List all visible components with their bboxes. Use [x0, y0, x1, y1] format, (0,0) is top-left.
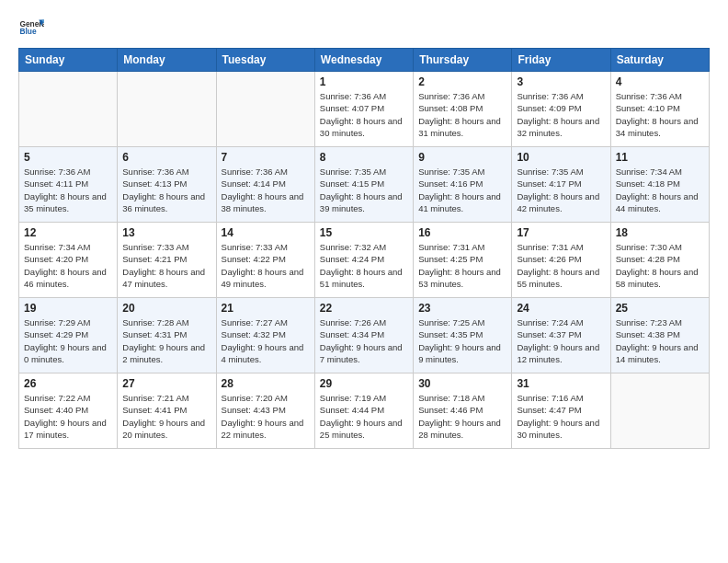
calendar-cell: 25Sunrise: 7:23 AM Sunset: 4:38 PM Dayli… [610, 298, 709, 373]
day-detail: Sunrise: 7:25 AM Sunset: 4:35 PM Dayligh… [418, 316, 506, 365]
calendar-cell: 3Sunrise: 7:36 AM Sunset: 4:09 PM Daylig… [512, 72, 610, 147]
day-detail: Sunrise: 7:30 AM Sunset: 4:28 PM Dayligh… [616, 241, 704, 290]
calendar-cell: 29Sunrise: 7:19 AM Sunset: 4:44 PM Dayli… [314, 373, 413, 449]
day-detail: Sunrise: 7:35 AM Sunset: 4:17 PM Dayligh… [517, 166, 605, 214]
calendar-cell: 19Sunrise: 7:29 AM Sunset: 4:29 PM Dayli… [19, 298, 118, 373]
calendar-cell: 14Sunrise: 7:33 AM Sunset: 4:22 PM Dayli… [216, 223, 314, 298]
calendar-cell: 4Sunrise: 7:36 AM Sunset: 4:10 PM Daylig… [610, 72, 709, 147]
day-number: 15 [320, 226, 408, 239]
day-number: 13 [122, 226, 210, 239]
day-number: 7 [222, 151, 310, 164]
day-detail: Sunrise: 7:23 AM Sunset: 4:38 PM Dayligh… [616, 316, 704, 365]
calendar-cell: 1Sunrise: 7:36 AM Sunset: 4:07 PM Daylig… [314, 72, 413, 147]
weekday-header-saturday: Saturday [610, 49, 709, 72]
day-detail: Sunrise: 7:19 AM Sunset: 4:44 PM Dayligh… [320, 392, 408, 441]
day-detail: Sunrise: 7:24 AM Sunset: 4:37 PM Dayligh… [517, 316, 605, 365]
day-detail: Sunrise: 7:36 AM Sunset: 4:08 PM Dayligh… [418, 90, 506, 139]
day-detail: Sunrise: 7:36 AM Sunset: 4:11 PM Dayligh… [24, 166, 112, 214]
calendar-cell: 8Sunrise: 7:35 AM Sunset: 4:15 PM Daylig… [314, 147, 413, 223]
calendar-cell: 23Sunrise: 7:25 AM Sunset: 4:35 PM Dayli… [414, 298, 512, 373]
day-number: 10 [517, 151, 605, 164]
day-detail: Sunrise: 7:26 AM Sunset: 4:34 PM Dayligh… [320, 316, 408, 365]
day-number: 12 [24, 226, 112, 239]
day-number: 22 [320, 302, 408, 315]
weekday-header-tuesday: Tuesday [216, 49, 314, 72]
day-detail: Sunrise: 7:36 AM Sunset: 4:14 PM Dayligh… [222, 166, 310, 214]
day-number: 9 [418, 151, 506, 164]
day-number: 16 [418, 226, 506, 239]
day-number: 1 [320, 75, 408, 88]
day-detail: Sunrise: 7:18 AM Sunset: 4:46 PM Dayligh… [418, 392, 506, 441]
day-number: 30 [418, 377, 506, 390]
day-detail: Sunrise: 7:29 AM Sunset: 4:29 PM Dayligh… [24, 316, 112, 365]
day-detail: Sunrise: 7:36 AM Sunset: 4:10 PM Dayligh… [616, 90, 704, 139]
weekday-header-friday: Friday [512, 49, 610, 72]
logo-icon: General Blue [18, 15, 44, 40]
day-number: 27 [122, 377, 210, 390]
day-detail: Sunrise: 7:34 AM Sunset: 4:20 PM Dayligh… [24, 241, 112, 290]
day-detail: Sunrise: 7:22 AM Sunset: 4:40 PM Dayligh… [24, 392, 112, 441]
weekday-header-thursday: Thursday [414, 49, 512, 72]
weekday-header-wednesday: Wednesday [314, 49, 413, 72]
calendar-cell: 15Sunrise: 7:32 AM Sunset: 4:24 PM Dayli… [314, 223, 413, 298]
day-number: 3 [517, 75, 605, 88]
calendar-cell [610, 373, 709, 449]
calendar-cell: 22Sunrise: 7:26 AM Sunset: 4:34 PM Dayli… [314, 298, 413, 373]
day-detail: Sunrise: 7:31 AM Sunset: 4:26 PM Dayligh… [517, 241, 605, 290]
calendar-cell: 16Sunrise: 7:31 AM Sunset: 4:25 PM Dayli… [414, 223, 512, 298]
day-detail: Sunrise: 7:27 AM Sunset: 4:32 PM Dayligh… [222, 316, 310, 365]
day-number: 5 [24, 151, 112, 164]
day-detail: Sunrise: 7:33 AM Sunset: 4:21 PM Dayligh… [122, 241, 210, 290]
day-number: 14 [222, 226, 310, 239]
calendar-cell: 9Sunrise: 7:35 AM Sunset: 4:16 PM Daylig… [414, 147, 512, 223]
day-number: 28 [222, 377, 310, 390]
calendar: SundayMondayTuesdayWednesdayThursdayFrid… [18, 48, 710, 449]
week-row-4: 19Sunrise: 7:29 AM Sunset: 4:29 PM Dayli… [19, 298, 710, 373]
day-detail: Sunrise: 7:33 AM Sunset: 4:22 PM Dayligh… [222, 241, 310, 290]
day-number: 6 [122, 151, 210, 164]
week-row-3: 12Sunrise: 7:34 AM Sunset: 4:20 PM Dayli… [19, 223, 710, 298]
day-number: 24 [517, 302, 605, 315]
page: General Blue SundayMondayTuesdayWednesda… [0, 0, 728, 563]
day-detail: Sunrise: 7:36 AM Sunset: 4:13 PM Dayligh… [122, 166, 210, 214]
day-number: 17 [517, 226, 605, 239]
calendar-cell: 2Sunrise: 7:36 AM Sunset: 4:08 PM Daylig… [414, 72, 512, 147]
day-detail: Sunrise: 7:34 AM Sunset: 4:18 PM Dayligh… [616, 166, 704, 214]
day-detail: Sunrise: 7:31 AM Sunset: 4:25 PM Dayligh… [418, 241, 506, 290]
day-detail: Sunrise: 7:20 AM Sunset: 4:43 PM Dayligh… [222, 392, 310, 441]
calendar-cell [216, 72, 314, 147]
calendar-cell: 6Sunrise: 7:36 AM Sunset: 4:13 PM Daylig… [118, 147, 216, 223]
day-number: 21 [222, 302, 310, 315]
day-detail: Sunrise: 7:16 AM Sunset: 4:47 PM Dayligh… [517, 392, 605, 441]
day-detail: Sunrise: 7:35 AM Sunset: 4:16 PM Dayligh… [418, 166, 506, 214]
calendar-cell: 27Sunrise: 7:21 AM Sunset: 4:41 PM Dayli… [118, 373, 216, 449]
day-number: 31 [517, 377, 605, 390]
header: General Blue [18, 15, 710, 40]
calendar-cell [118, 72, 216, 147]
svg-text:Blue: Blue [19, 27, 36, 36]
calendar-cell: 17Sunrise: 7:31 AM Sunset: 4:26 PM Dayli… [512, 223, 610, 298]
weekday-header-row: SundayMondayTuesdayWednesdayThursdayFrid… [19, 49, 710, 72]
calendar-cell: 18Sunrise: 7:30 AM Sunset: 4:28 PM Dayli… [610, 223, 709, 298]
day-number: 19 [24, 302, 112, 315]
calendar-cell: 10Sunrise: 7:35 AM Sunset: 4:17 PM Dayli… [512, 147, 610, 223]
weekday-header-monday: Monday [118, 49, 216, 72]
week-row-2: 5Sunrise: 7:36 AM Sunset: 4:11 PM Daylig… [19, 147, 710, 223]
calendar-cell: 5Sunrise: 7:36 AM Sunset: 4:11 PM Daylig… [19, 147, 118, 223]
day-number: 2 [418, 75, 506, 88]
day-number: 18 [616, 226, 704, 239]
day-detail: Sunrise: 7:36 AM Sunset: 4:09 PM Dayligh… [517, 90, 605, 139]
day-number: 29 [320, 377, 408, 390]
day-number: 11 [616, 151, 704, 164]
calendar-cell: 24Sunrise: 7:24 AM Sunset: 4:37 PM Dayli… [512, 298, 610, 373]
day-detail: Sunrise: 7:36 AM Sunset: 4:07 PM Dayligh… [320, 90, 408, 139]
logo: General Blue [18, 15, 44, 40]
day-number: 23 [418, 302, 506, 315]
calendar-cell: 7Sunrise: 7:36 AM Sunset: 4:14 PM Daylig… [216, 147, 314, 223]
day-detail: Sunrise: 7:35 AM Sunset: 4:15 PM Dayligh… [320, 166, 408, 214]
calendar-cell: 31Sunrise: 7:16 AM Sunset: 4:47 PM Dayli… [512, 373, 610, 449]
day-detail: Sunrise: 7:21 AM Sunset: 4:41 PM Dayligh… [122, 392, 210, 441]
day-number: 20 [122, 302, 210, 315]
day-number: 8 [320, 151, 408, 164]
calendar-cell: 13Sunrise: 7:33 AM Sunset: 4:21 PM Dayli… [118, 223, 216, 298]
